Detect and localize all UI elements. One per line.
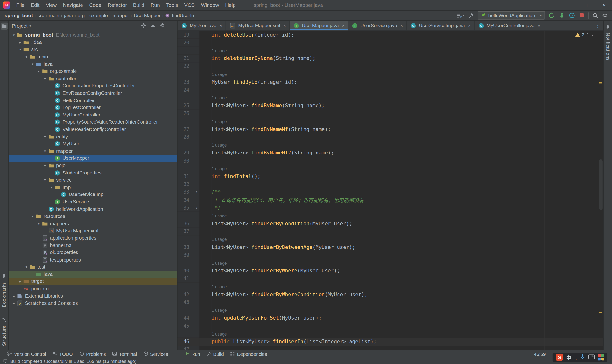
usage-hint-row[interactable]: 1 usage	[178, 70, 603, 78]
code-line-25[interactable]: 25 List<MyUser> findByName(String name);	[178, 102, 603, 110]
gutter-line-number[interactable]: 39	[178, 251, 199, 259]
gutter-line-number[interactable]	[178, 94, 199, 102]
code-line-20[interactable]: 20	[178, 39, 603, 47]
usage-hint-label[interactable]: 1 usage	[199, 72, 227, 77]
inspections-widget[interactable]: 2 ⌃ ⌄	[575, 32, 594, 37]
punctuation-mode-icon[interactable]: ’,	[574, 354, 577, 360]
tree-item-usermapper[interactable]: IUserMapper	[9, 155, 177, 162]
tree-chevron-icon[interactable]: ▾	[36, 69, 42, 73]
usage-hint-row[interactable]: 1 usage	[178, 141, 603, 149]
code-line-29[interactable]: 29 List<MyUser> findByNameMf2(String nam…	[178, 149, 603, 156]
tree-item-mapper[interactable]: ▾mapper	[9, 147, 177, 155]
menu-file[interactable]: File	[14, 0, 28, 10]
code-line-26[interactable]: 26	[178, 110, 603, 117]
tree-item-pom-xml[interactable]: mpom.xml	[9, 285, 177, 292]
usage-hint-label[interactable]: 1 usage	[199, 332, 227, 336]
keyboard-icon[interactable]	[588, 354, 595, 360]
code-line-44[interactable]: 44 int updateMyUserForSet(MyUser user);	[178, 314, 603, 322]
menu-vcs[interactable]: VCS	[181, 0, 198, 10]
gutter-line-number[interactable]	[178, 141, 199, 149]
breadcrumb-item-org[interactable]: org	[77, 13, 85, 18]
usage-hint-label[interactable]: 1 usage	[199, 237, 227, 242]
tree-item-idea[interactable]: ▸.idea	[9, 39, 177, 46]
tree-chevron-icon[interactable]: ▾	[30, 214, 35, 218]
gutter-line-number[interactable]	[178, 259, 199, 267]
tree-chevron-icon[interactable]: ▾	[42, 77, 48, 80]
usage-hint[interactable]: 1 usage	[199, 284, 603, 289]
gutter-line-number[interactable]: 46	[178, 338, 199, 345]
usage-hint-row[interactable]: 1 usage	[178, 235, 603, 243]
tree-chevron-icon[interactable]: ▾	[36, 222, 42, 226]
maximize-button[interactable]: □	[581, 0, 596, 10]
gutter-line-number[interactable]: 35▴	[178, 204, 199, 212]
profiler-icon[interactable]	[569, 12, 575, 19]
usage-hint[interactable]: 1 usage	[199, 48, 603, 53]
tree-chevron-icon[interactable]: ▾	[17, 48, 23, 52]
tree-chevron-icon[interactable]: ▸	[17, 280, 23, 283]
code-line-34[interactable]: 34 * 查询条件可能是id、用户名，年龄；也可能都有，也可能都没有	[178, 196, 603, 204]
code-line-28[interactable]: 28	[178, 133, 603, 141]
minimize-button[interactable]: −	[565, 0, 581, 10]
menu-window[interactable]: Window	[198, 0, 222, 10]
menu-build[interactable]: Build	[130, 0, 147, 10]
gutter-line-number[interactable]	[178, 306, 199, 314]
tab-close-icon[interactable]: ×	[342, 23, 345, 28]
tree-chevron-icon[interactable]: ▾	[11, 33, 17, 37]
usage-hint-row[interactable]: 1 usage	[178, 164, 603, 172]
gutter-line-number[interactable]: 40	[178, 267, 199, 275]
usage-hint[interactable]: 1 usage	[199, 260, 603, 266]
tree-item-myusercontroller[interactable]: CMyUserController	[9, 111, 177, 118]
tree-chevron-icon[interactable]: ▾	[42, 135, 48, 138]
tree-chevron-icon[interactable]: ▾	[42, 149, 48, 153]
tree-item-studentproperties[interactable]: CStudentProperties	[9, 169, 177, 176]
menu-refactor[interactable]: Refactor	[104, 0, 130, 10]
menu-code[interactable]: Code	[86, 0, 104, 10]
tree-item-target[interactable]: ▸target	[9, 278, 177, 285]
gutter-line-number[interactable]: 20	[178, 39, 199, 47]
tree-item-org-example[interactable]: ▾org.example	[9, 68, 177, 75]
tree-item-spring-boot[interactable]: ▾spring_bootE:\learn\spring_boot	[9, 31, 177, 39]
usage-hint[interactable]: 1 usage	[199, 95, 603, 101]
gutter-line-number[interactable]: 24	[178, 86, 199, 94]
tab-close-icon[interactable]: ×	[220, 23, 222, 28]
code-line-31[interactable]: 31 int findTotal();	[178, 172, 603, 180]
scrollbar-thumb[interactable]	[599, 159, 603, 210]
menu-navigate[interactable]: Navigate	[60, 0, 86, 10]
warning-stripe-mark[interactable]	[599, 82, 602, 83]
code-line-46[interactable]: 46 public List<MyUser> findUserIn(List<I…	[178, 338, 603, 345]
usage-hint-label[interactable]: 1 usage	[199, 166, 227, 171]
gutter-line-number[interactable]: 34	[178, 196, 199, 204]
breadcrumb-item-mapper[interactable]: mapper	[112, 13, 130, 18]
usage-hint[interactable]: 1 usage	[199, 307, 603, 313]
bookmark-icon[interactable]	[0, 273, 7, 280]
code-line-37[interactable]: 37	[178, 227, 603, 235]
notifications-bell-icon[interactable]	[604, 23, 611, 30]
menu-run[interactable]: Run	[148, 0, 163, 10]
breadcrumb-item-main[interactable]: main	[48, 13, 60, 18]
usage-hint-label[interactable]: 1 usage	[199, 95, 227, 100]
tab-userserviceimpl-java[interactable]: CUserServiceImpl.java×	[407, 21, 474, 31]
tree-chevron-icon[interactable]: ▾	[42, 164, 48, 168]
tree-item-myusermapper-xml[interactable]: </>MyUserMapper.xml	[9, 227, 177, 234]
project-view-selector[interactable]: Project	[12, 23, 28, 29]
tool-window-button-run[interactable]: Run	[181, 351, 203, 358]
collapse-all-icon[interactable]	[150, 22, 156, 29]
code-line-41[interactable]: 41	[178, 275, 603, 283]
tree-chevron-icon[interactable]: ▾	[48, 185, 54, 189]
menu-edit[interactable]: Edit	[28, 0, 43, 10]
gutter-line-number[interactable]: 37	[178, 227, 199, 235]
usage-hint-row[interactable]: 1 usage	[178, 94, 603, 102]
tab-myusercontroller-java[interactable]: CMyUserController.java×	[474, 21, 544, 31]
tree-chevron-icon[interactable]: ▾	[23, 55, 29, 59]
code-line-35[interactable]: 35▴ */	[178, 204, 603, 212]
gutter-line-number[interactable]: 36	[178, 220, 199, 227]
code-line-42[interactable]: 42 List<MyUser> findUserByWhereCondition…	[178, 290, 603, 298]
code-line-39[interactable]: 39	[178, 251, 603, 259]
gutter-line-number[interactable]: 44	[178, 314, 199, 322]
code-line-45[interactable]: 45	[178, 322, 603, 330]
usage-hint[interactable]: 1 usage	[199, 71, 603, 77]
usage-hint-label[interactable]: 1 usage	[199, 143, 227, 147]
gutter-line-number[interactable]: 43	[178, 298, 199, 306]
stop-icon[interactable]	[579, 13, 584, 18]
tree-item-logtestcontroller[interactable]: CLogTestController	[9, 104, 177, 111]
